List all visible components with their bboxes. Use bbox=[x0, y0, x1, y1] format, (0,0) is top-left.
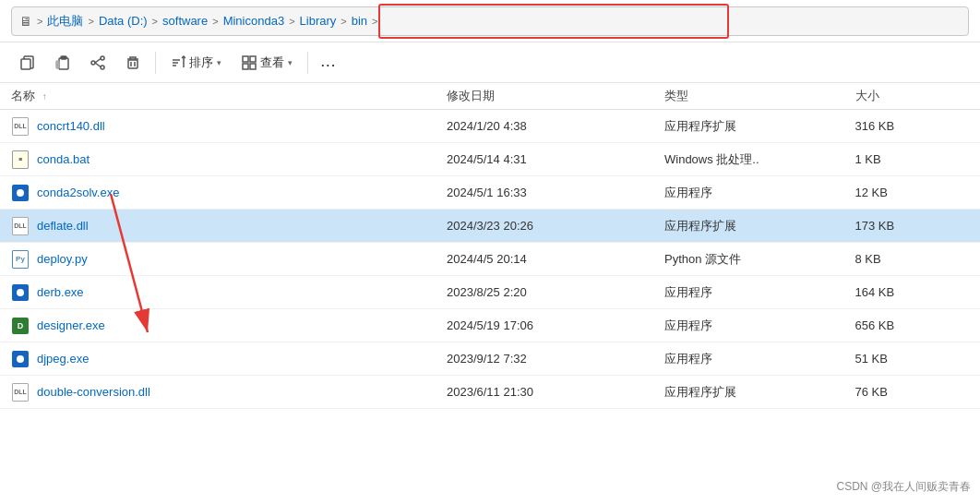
table-row[interactable]: conda2solv.exe2024/5/1 16:33应用程序12 KB bbox=[0, 176, 980, 210]
col-sort-arrow: ↑ bbox=[42, 91, 47, 102]
svg-rect-1 bbox=[21, 59, 30, 69]
file-name: conda.bat bbox=[37, 152, 90, 166]
svg-rect-4 bbox=[56, 61, 59, 68]
svg-point-5 bbox=[101, 56, 104, 60]
paste-button[interactable] bbox=[46, 51, 79, 75]
file-date: 2024/5/14 4:31 bbox=[436, 143, 653, 176]
more-button[interactable]: ... bbox=[314, 51, 344, 74]
table-row[interactable]: DLLdeflate.dll2024/3/23 20:26应用程序扩展173 K… bbox=[0, 210, 980, 243]
table-row[interactable]: djpeg.exe2023/9/12 7:32应用程序51 KB bbox=[0, 342, 980, 376]
file-type: Python 源文件 bbox=[653, 243, 844, 276]
share-button[interactable] bbox=[81, 51, 114, 75]
svg-point-6 bbox=[101, 66, 104, 69]
file-icon: D bbox=[11, 317, 30, 335]
file-table: 名称 ↑ 修改日期 类型 大小 DLLconcrt140.dll2024/1/2… bbox=[0, 83, 980, 409]
file-size: 164 KB bbox=[844, 276, 981, 309]
table-row[interactable]: derb.exe2023/8/25 2:20应用程序164 KB bbox=[0, 276, 980, 309]
svg-line-9 bbox=[95, 63, 101, 67]
file-icon bbox=[11, 184, 30, 202]
breadcrumb-container[interactable]: 🖥 > 此电脑 > Data (D:) > software > Minicon… bbox=[11, 6, 969, 36]
file-name-cell: DLLdouble-conversion.dll bbox=[0, 376, 436, 409]
file-size: 8 KB bbox=[844, 243, 981, 276]
table-row[interactable]: ≡conda.bat2024/5/14 4:31Windows 批处理..1 K… bbox=[0, 143, 980, 176]
file-name-cell: djpeg.exe bbox=[0, 342, 436, 376]
file-area: 名称 ↑ 修改日期 类型 大小 DLLconcrt140.dll2024/1/2… bbox=[0, 83, 980, 504]
more-label: ... bbox=[321, 55, 337, 69]
file-name: concrt140.dll bbox=[37, 119, 105, 133]
paste-icon bbox=[55, 55, 70, 70]
breadcrumb-bin[interactable]: bin bbox=[352, 14, 367, 28]
view-chevron: ▾ bbox=[288, 58, 293, 67]
svg-rect-20 bbox=[250, 64, 256, 69]
breadcrumb-sep-5: > bbox=[341, 16, 346, 27]
breadcrumb-sep-3: > bbox=[212, 16, 218, 27]
breadcrumb-software[interactable]: software bbox=[162, 14, 208, 28]
file-size: 51 KB bbox=[844, 342, 981, 376]
watermark: CSDN @我在人间贩卖青春 bbox=[836, 479, 971, 495]
file-date: 2024/5/1 16:33 bbox=[436, 176, 653, 210]
address-bar: 🖥 > 此电脑 > Data (D:) > software > Minicon… bbox=[0, 0, 980, 42]
sort-button[interactable]: 排序 ▾ bbox=[161, 50, 231, 76]
file-date: 2024/5/19 17:06 bbox=[436, 309, 653, 342]
file-name-cell: DLLdeflate.dll bbox=[0, 210, 436, 243]
file-name: deploy.py bbox=[37, 252, 88, 266]
col-date-header[interactable]: 修改日期 bbox=[436, 83, 653, 110]
copy-icon bbox=[20, 55, 35, 70]
file-name-cell: ≡conda.bat bbox=[0, 143, 436, 176]
file-type: 应用程序 bbox=[653, 176, 844, 210]
file-size: 1 KB bbox=[844, 143, 981, 176]
breadcrumb-sep-2: > bbox=[152, 16, 158, 27]
breadcrumb-miniconda[interactable]: Miniconda3 bbox=[223, 14, 285, 28]
file-icon bbox=[11, 350, 30, 368]
file-name: designer.exe bbox=[37, 318, 105, 332]
breadcrumb-sep: > bbox=[37, 16, 42, 27]
file-name: deflate.dll bbox=[37, 219, 89, 233]
view-icon bbox=[242, 55, 257, 70]
svg-rect-2 bbox=[59, 58, 68, 69]
delete-button[interactable] bbox=[116, 51, 149, 75]
table-row[interactable]: DLLconcrt140.dll2024/1/20 4:38应用程序扩展316 … bbox=[0, 110, 980, 143]
breadcrumb-this-pc[interactable]: 此电脑 bbox=[47, 13, 83, 30]
file-table-header: 名称 ↑ 修改日期 类型 大小 bbox=[0, 83, 980, 110]
monitor-icon: 🖥 bbox=[19, 14, 32, 29]
table-row[interactable]: Ddesigner.exe2024/5/19 17:06应用程序656 KB bbox=[0, 309, 980, 342]
toolbar-separator-1 bbox=[155, 52, 156, 74]
svg-rect-17 bbox=[243, 56, 248, 62]
breadcrumb-sep-1: > bbox=[88, 16, 93, 27]
trash-icon bbox=[125, 55, 140, 70]
table-row[interactable]: Pydeploy.py2024/4/5 20:14Python 源文件8 KB bbox=[0, 243, 980, 276]
file-name-cell: Pydeploy.py bbox=[0, 243, 436, 276]
file-name-cell: conda2solv.exe bbox=[0, 176, 436, 210]
file-name: double-conversion.dll bbox=[37, 385, 150, 399]
file-date: 2024/4/5 20:14 bbox=[436, 243, 653, 276]
sort-icon bbox=[171, 55, 185, 70]
view-button[interactable]: 查看 ▾ bbox=[233, 50, 302, 76]
toolbar-separator-2 bbox=[307, 52, 308, 74]
svg-rect-10 bbox=[128, 60, 137, 68]
col-size-header[interactable]: 大小 bbox=[844, 83, 981, 110]
file-type: 应用程序 bbox=[653, 342, 844, 376]
col-name-header[interactable]: 名称 ↑ bbox=[0, 83, 436, 110]
breadcrumb-drive[interactable]: Data (D:) bbox=[99, 14, 148, 28]
file-type: 应用程序 bbox=[653, 276, 844, 309]
file-name-cell: Ddesigner.exe bbox=[0, 309, 436, 342]
col-type-header[interactable]: 类型 bbox=[653, 83, 844, 110]
svg-rect-18 bbox=[250, 56, 256, 62]
file-date: 2024/1/20 4:38 bbox=[436, 110, 653, 143]
sort-chevron: ▾ bbox=[217, 58, 221, 67]
breadcrumb-sep-4: > bbox=[289, 16, 294, 27]
file-date: 2023/9/12 7:32 bbox=[436, 342, 653, 376]
copy-button[interactable] bbox=[11, 51, 44, 75]
file-name: derb.exe bbox=[37, 285, 84, 299]
breadcrumb-library[interactable]: Library bbox=[300, 14, 337, 28]
share-icon bbox=[90, 55, 105, 70]
file-type: 应用程序扩展 bbox=[653, 110, 844, 143]
file-size: 316 KB bbox=[844, 110, 981, 143]
table-row[interactable]: DLLdouble-conversion.dll2023/6/11 21:30应… bbox=[0, 376, 980, 409]
file-icon: Py bbox=[11, 250, 30, 269]
svg-rect-19 bbox=[243, 64, 248, 69]
file-icon: DLL bbox=[11, 383, 30, 402]
view-label: 查看 bbox=[260, 54, 284, 71]
file-name: conda2solv.exe bbox=[37, 186, 119, 199]
file-size: 173 KB bbox=[844, 210, 981, 243]
